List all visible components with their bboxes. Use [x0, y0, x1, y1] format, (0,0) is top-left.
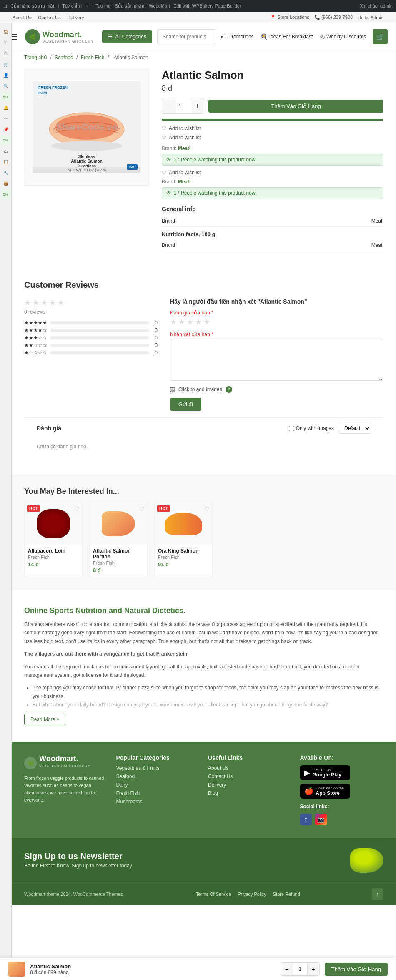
back-to-top-button[interactable]: ↑ [372, 888, 383, 900]
google-play-text: GET IT ON Google Play [313, 768, 341, 778]
ideas-label: Ideas For Breakfast [269, 34, 313, 40]
rating-star-5[interactable]: ★ [203, 317, 210, 327]
terms-link[interactable]: Terms Of Service [196, 892, 231, 897]
search-input[interactable] [158, 34, 216, 40]
breadcrumb-seafood[interactable]: Seafood [55, 55, 73, 60]
rating-star-2[interactable]: ★ [178, 317, 185, 327]
instagram-button[interactable]: 📷 [315, 814, 327, 825]
wishlist-btn-3[interactable]: ♡ [204, 505, 210, 512]
useful-link-1[interactable]: About Us [208, 765, 292, 771]
nutrition-brand-label: Brand [162, 242, 175, 248]
top-bar-contact[interactable]: Contact Us [38, 15, 60, 20]
useful-link-4[interactable]: Blog [208, 790, 292, 796]
sidebar-item-9[interactable]: ✏ [1, 113, 11, 123]
google-play-badge[interactable]: ▶ GET IT ON Google Play [300, 765, 350, 780]
refund-link[interactable]: Store Refund [273, 892, 300, 897]
svg-point-2 [51, 141, 122, 151]
breadcrumb-home[interactable]: Trang chủ [24, 55, 47, 60]
sidebar-item-6[interactable]: 🔍 [1, 81, 11, 91]
sidebar-item-3[interactable]: ⚖ [1, 48, 11, 58]
admin-bar-edit[interactable]: Sửa sản phẩm [115, 3, 146, 9]
promotions-nav[interactable]: 🏷 Promotions [221, 33, 254, 40]
cart-button[interactable]: 🛒 [373, 29, 388, 44]
top-bar-delivery[interactable]: Delivery [68, 15, 84, 20]
sidebar-item-13[interactable]: 📋 [1, 157, 11, 167]
sidebar-item-1[interactable]: 🏠 [1, 27, 11, 37]
add-images-row[interactable]: 🖼 Click to add images ? [170, 386, 383, 393]
admin-bar-woodmart[interactable]: WoodMart [149, 3, 170, 8]
rating-star-1[interactable]: ★ [170, 317, 177, 327]
star-bar-5: ★★★★★ 0 [24, 320, 158, 326]
star-3: ★ [41, 298, 48, 307]
social-links-title: Social links: [300, 804, 384, 809]
promotions-label: Promotions [228, 34, 254, 40]
heart-icon: ♡ [162, 126, 166, 131]
sidebar-item-10[interactable]: 📌 [1, 124, 11, 134]
app-store-text: Download on the App Store [316, 786, 344, 796]
add-to-cart-button[interactable]: Thêm Vào Giỏ Hàng [208, 100, 383, 113]
fresh-frozen-badge: FRESH FROZEN [36, 85, 70, 90]
footer-logo: 🌿 Woodmart. VEGETARIAN GROCERY [24, 754, 108, 772]
breadcrumb-freshfish[interactable]: Fresh Fish [81, 55, 105, 60]
only-images-check[interactable]: Only with images [289, 425, 334, 431]
breadcrumb-sep2: / [76, 55, 79, 60]
rating-stars[interactable]: ★ ★ ★ ★ ★ [170, 317, 383, 327]
weekly-nav[interactable]: % Weekly Discounts [319, 33, 366, 40]
ideas-nav[interactable]: 🍳 Ideas For Breakfast [261, 33, 313, 40]
add-to-wishlist-link[interactable]: ♡ Add to wishlist [162, 126, 383, 131]
sidebar-item-14[interactable]: 🔧 [1, 168, 11, 178]
breadcrumb-current: Atlantic Salmon [113, 55, 148, 60]
cat-link-3[interactable]: Dairy [116, 782, 200, 788]
sidebar-item-5[interactable]: 👤 [1, 70, 11, 80]
sidebar-item-15[interactable]: 📦 [1, 178, 11, 188]
cat-link-1[interactable]: Vegetables & Fruits [116, 765, 200, 771]
sidebar-item-7[interactable]: 5% [1, 92, 11, 102]
social-links: f 📷 [300, 814, 384, 825]
blog-para3: You made all the required mock ups for c… [24, 663, 383, 680]
read-more-button[interactable]: Read More ▾ [24, 714, 65, 725]
sidebar-item-2[interactable]: ♡ [1, 38, 11, 48]
admin-bar-new[interactable]: + Tao moi [92, 3, 112, 8]
only-images-label: Only with images [296, 425, 334, 431]
discount-icon: % [319, 33, 324, 40]
footer-logo-icon: 🌿 [24, 757, 37, 769]
sort-select[interactable]: Default [339, 423, 371, 434]
useful-link-2[interactable]: Contact Us [208, 774, 292, 779]
review-textarea[interactable] [170, 339, 383, 381]
sidebar-item-11[interactable]: 5% [1, 135, 11, 145]
wishlist-btn-1[interactable]: ♡ [74, 505, 80, 512]
submit-review-button[interactable]: Gửi đi [170, 398, 201, 411]
facebook-button[interactable]: f [300, 814, 312, 825]
add-to-wishlist-link-2[interactable]: ♡ Add to wishlist [162, 170, 383, 176]
cat-link-4[interactable]: Fresh Fish [116, 790, 200, 796]
sidebar-item-4[interactable]: 🛒 [1, 59, 11, 69]
admin-bar-builder[interactable]: Edit with WPBakery Page Builder [173, 3, 241, 8]
rating-star-4[interactable]: ★ [195, 317, 202, 327]
admin-bar-customize[interactable]: Tùy chỉnh [62, 3, 82, 9]
sidebar-item-16[interactable]: 5% [1, 189, 11, 199]
all-categories-button[interactable]: ☰ All Categories [102, 30, 152, 43]
sidebar-item-8[interactable]: 🔔 [1, 103, 11, 113]
wishlist-btn-2[interactable]: ♡ [139, 505, 145, 512]
qty-decrease-button[interactable]: − [162, 98, 175, 113]
quantity-input[interactable] [175, 98, 191, 113]
product-info-1: Allabacore Loin Fresh Fish 14 đ [25, 545, 82, 571]
sidebar-item-12[interactable]: 🗂 [1, 146, 11, 156]
cat-link-5[interactable]: Mushrooms [116, 799, 200, 804]
only-images-checkbox[interactable] [289, 426, 294, 431]
top-bar-about[interactable]: About Us [13, 15, 31, 20]
app-store-badge[interactable]: 🍎 Download on the App Store [300, 784, 350, 799]
qty-increase-button[interactable]: + [191, 98, 204, 113]
add-to-compare-link[interactable]: ♡ Add to wishlist [162, 135, 383, 141]
rating-star-3[interactable]: ★ [187, 317, 193, 327]
store-locations[interactable]: 📍 Store Locations [270, 15, 309, 20]
cat-link-2[interactable]: Seafood [116, 774, 200, 779]
logo-area[interactable]: 🌿 Woodmart. VEGETARIAN GROCERY [25, 29, 94, 44]
useful-links-title: Useful Links [208, 754, 292, 761]
product-price: 8 đ [162, 84, 383, 93]
hot-badge-1: HOT [27, 505, 40, 512]
privacy-link[interactable]: Privacy Policy [238, 892, 266, 897]
useful-link-3[interactable]: Delivery [208, 782, 292, 788]
star-bar-2: ★★☆☆☆ 0 [24, 342, 158, 348]
admin-bar-site[interactable]: Cửa hàng sắp ra mắt [10, 3, 54, 9]
